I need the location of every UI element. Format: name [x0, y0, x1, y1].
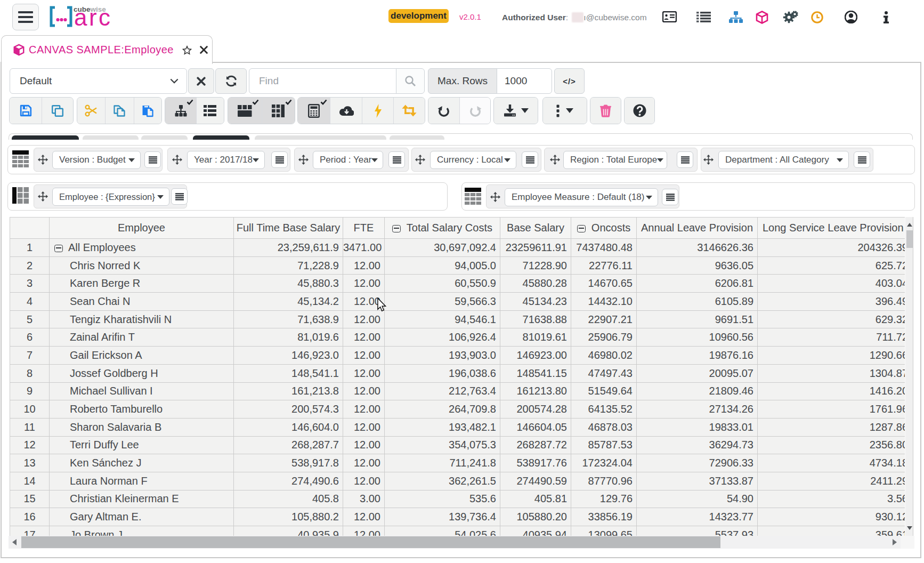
svg-text:arc: arc — [74, 6, 112, 28]
